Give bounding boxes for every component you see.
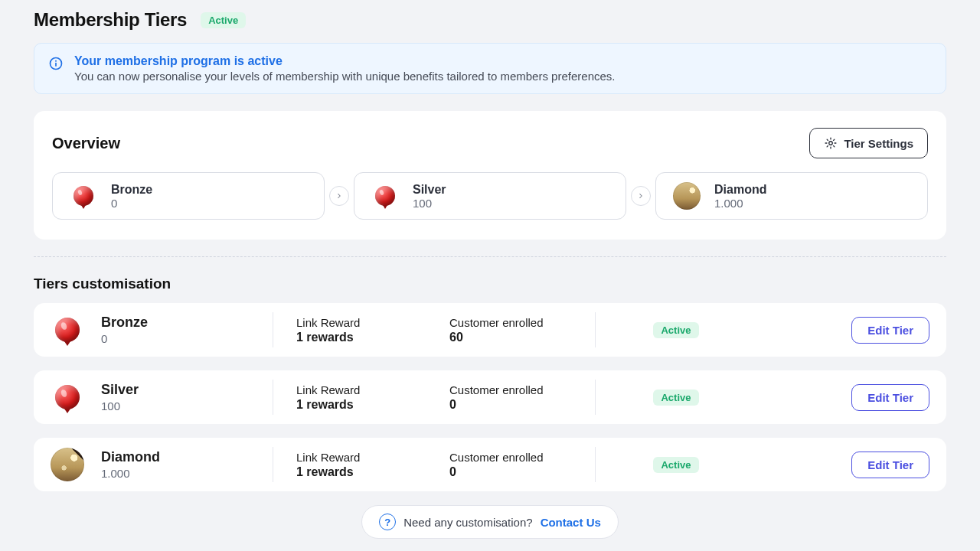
overview-tier-name: Bronze: [111, 183, 152, 197]
tier-name: Silver: [101, 382, 139, 398]
cafe-image-icon: [51, 448, 84, 481]
help-question: Need any customisation?: [403, 516, 532, 529]
balloon-icon: [371, 182, 399, 210]
cafe-image-icon: [673, 182, 701, 210]
balloon-icon: [51, 313, 84, 347]
svg-point-3: [829, 142, 833, 145]
overview-tier-value: 100: [413, 197, 446, 210]
overview-tier-name: Diamond: [714, 183, 766, 197]
tier-threshold: 0: [101, 332, 148, 345]
tier-name: Bronze: [101, 315, 148, 331]
column-divider: [273, 312, 273, 347]
status-badge: Active: [653, 457, 698, 473]
edit-tier-button[interactable]: Edit Tier: [851, 317, 929, 344]
link-reward-value: 1 rewards: [296, 398, 449, 412]
svg-point-1: [55, 60, 57, 62]
tier-row-silver: Silver 100 Link Reward 1 rewards Custome…: [34, 370, 946, 424]
help-icon: ?: [379, 514, 396, 530]
column-divider: [595, 447, 596, 482]
customisation-heading: Tiers customisation: [34, 276, 946, 292]
link-reward-label: Link Reward: [296, 316, 449, 329]
edit-tier-button[interactable]: Edit Tier: [851, 452, 929, 478]
enrolled-label: Customer enrolled: [449, 316, 595, 329]
chevron-right-icon: [631, 186, 651, 206]
divider: [34, 256, 946, 257]
help-pill: ? Need any customisation? Contact Us: [361, 505, 619, 539]
enrolled-value: 60: [449, 331, 595, 344]
column-divider: [595, 380, 596, 415]
contact-us-link[interactable]: Contact Us: [541, 516, 601, 529]
svg-rect-2: [55, 63, 57, 67]
overview-tier-bronze[interactable]: Bronze 0: [52, 172, 325, 220]
overview-tier-value: 0: [111, 197, 152, 210]
status-badge: Active: [653, 390, 698, 406]
column-divider: [273, 447, 273, 482]
balloon-icon: [51, 380, 84, 414]
tier-settings-button[interactable]: Tier Settings: [809, 128, 928, 158]
balloon-icon: [70, 182, 97, 210]
link-reward-value: 1 rewards: [296, 331, 449, 344]
column-divider: [595, 312, 596, 347]
enrolled-value: 0: [449, 398, 595, 412]
tier-threshold: 1.000: [101, 467, 160, 480]
overview-tier-name: Silver: [413, 183, 446, 197]
status-badge: Active: [201, 12, 246, 28]
tier-row-bronze: Bronze 0 Link Reward 1 rewards Customer …: [34, 303, 946, 357]
tier-row-diamond: Diamond 1.000 Link Reward 1 rewards Cust…: [34, 438, 946, 491]
overview-tier-silver[interactable]: Silver 100: [354, 172, 626, 220]
enrolled-label: Customer enrolled: [449, 451, 595, 464]
column-divider: [273, 380, 273, 415]
link-reward-label: Link Reward: [296, 383, 449, 396]
banner-title: Your membership program is active: [74, 54, 616, 68]
tier-name: Diamond: [101, 449, 160, 465]
info-banner: Your membership program is active You ca…: [34, 43, 946, 94]
banner-body: You can now personalise your levels of m…: [74, 70, 616, 83]
link-reward-value: 1 rewards: [296, 465, 449, 479]
chevron-right-icon: [329, 186, 349, 206]
overview-tier-diamond[interactable]: Diamond 1.000: [655, 172, 928, 220]
gear-icon: [824, 136, 838, 150]
status-badge: Active: [653, 322, 698, 338]
overview-card: Overview Tier Settings Bronze 0: [34, 111, 946, 240]
overview-heading: Overview: [52, 135, 120, 152]
overview-tier-value: 1.000: [714, 197, 766, 210]
page-title: Membership Tiers: [34, 9, 187, 31]
tier-settings-label: Tier Settings: [844, 137, 913, 150]
link-reward-label: Link Reward: [296, 451, 449, 464]
enrolled-value: 0: [449, 465, 595, 479]
edit-tier-button[interactable]: Edit Tier: [851, 384, 929, 411]
info-icon: [48, 56, 64, 71]
tier-threshold: 100: [101, 399, 139, 412]
enrolled-label: Customer enrolled: [449, 383, 595, 396]
